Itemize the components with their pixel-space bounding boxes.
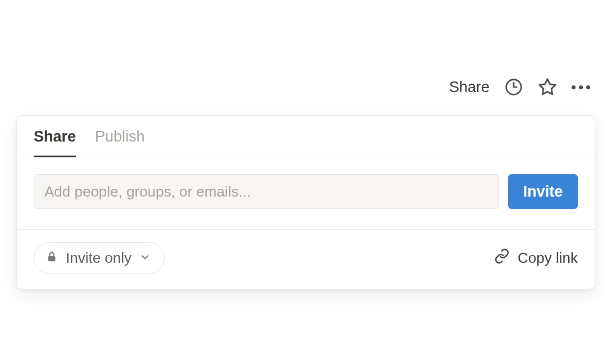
clock-icon[interactable]: [504, 78, 523, 97]
star-icon[interactable]: [538, 78, 557, 97]
page-topbar: Share: [449, 78, 590, 97]
tab-share[interactable]: Share: [34, 128, 76, 157]
invite-people-input[interactable]: [34, 174, 499, 209]
panel-footer: Invite only Copy link: [17, 230, 595, 289]
link-icon: [494, 248, 510, 268]
access-level-label: Invite only: [66, 249, 132, 267]
share-panel: Share Publish Invite Invite only: [16, 115, 595, 289]
invite-button[interactable]: Invite: [508, 174, 578, 209]
lock-icon: [46, 249, 58, 267]
svg-rect-2: [48, 256, 56, 261]
tab-publish[interactable]: Publish: [95, 128, 145, 157]
share-button[interactable]: Share: [449, 79, 490, 96]
more-menu-button[interactable]: [572, 85, 590, 89]
access-level-dropdown[interactable]: Invite only: [34, 242, 165, 274]
dot-icon: [579, 85, 583, 89]
dot-icon: [572, 85, 576, 89]
copy-link-button[interactable]: Copy link: [494, 248, 578, 268]
chevron-down-icon: [139, 249, 151, 267]
svg-marker-1: [540, 79, 555, 94]
invite-row: Invite: [17, 157, 595, 230]
dot-icon: [586, 85, 590, 89]
tab-bar: Share Publish: [17, 116, 595, 157]
copy-link-label: Copy link: [518, 249, 578, 267]
